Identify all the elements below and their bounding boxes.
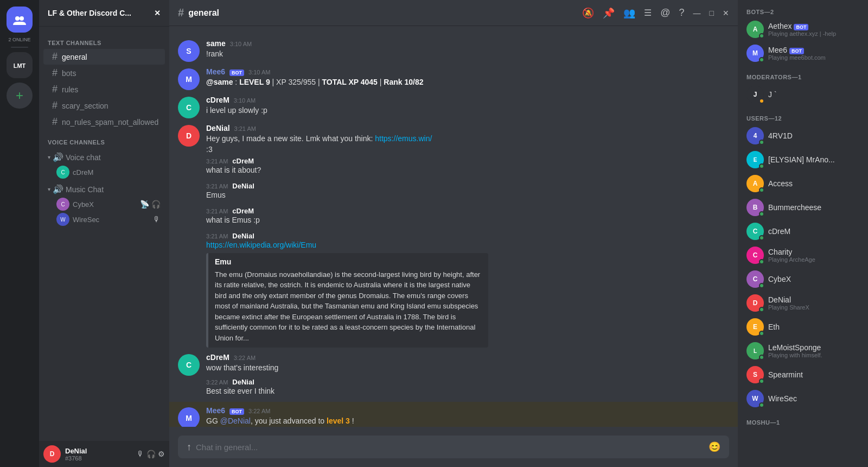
voice-channel-header-voicechat[interactable]: ▾ 🔊 Voice chat xyxy=(43,150,165,165)
svg-point-0 xyxy=(15,16,20,21)
voice-member-wiresec: W WireSec 🎙 xyxy=(43,212,165,227)
message-avatar: S xyxy=(178,40,200,62)
minimize-button[interactable]: — xyxy=(693,9,701,17)
member-info: Spearmint xyxy=(768,370,859,379)
voice-member-icons: 📡 🎧 xyxy=(140,200,161,209)
server-header[interactable]: LF & Other Discord C... ✕ xyxy=(39,0,169,27)
member-avatar: S xyxy=(746,366,764,383)
member-name: CybeX xyxy=(768,275,859,283)
voice-channel-header-musicchat[interactable]: ▾ 🔊 Music Chat xyxy=(43,182,165,197)
close-button[interactable]: ✕ xyxy=(723,9,729,17)
message-row: M Mee6 BOT 3:10 AM @same : LEVEL 9 | XP … xyxy=(169,63,738,91)
member-info: DeNial Playing ShareX xyxy=(768,295,859,311)
voice-member-avatar-cybex: C xyxy=(56,198,69,211)
message-timestamp: 3:10 AM xyxy=(248,69,270,75)
member-item-bummercheese[interactable]: B Bummercheese xyxy=(742,195,864,219)
server-icon-lmt[interactable]: LMT xyxy=(7,52,33,78)
mic-button[interactable]: 🎙 xyxy=(137,450,144,458)
message-timestamp: 3:21 AM xyxy=(206,158,228,165)
members-icon[interactable]: 👥 xyxy=(623,7,635,19)
message-timestamp: 3:10 AM xyxy=(230,41,252,47)
server-menu-icon[interactable]: ✕ xyxy=(154,9,161,17)
search-icon[interactable]: ☰ xyxy=(644,8,652,18)
embed-description: The emu (Dromaius novaehollandiae) is th… xyxy=(215,269,482,344)
member-name: J ` xyxy=(768,90,859,99)
member-item-mee6[interactable]: M Mee6 BOT Playing mee6bot.com xyxy=(742,41,864,65)
bot-badge: BOT xyxy=(789,48,804,54)
status-dot xyxy=(759,211,764,217)
message-content: Mee6 BOT 3:22 AM GG @DeNial, you just ad… xyxy=(206,406,729,427)
message-author: DeNial xyxy=(232,182,254,190)
help-icon[interactable]: ? xyxy=(679,7,685,18)
member-item-4rv1d[interactable]: 4 4RV1D xyxy=(742,124,864,148)
member-item-j[interactable]: J J ` xyxy=(742,83,864,106)
channel-item-general[interactable]: # general xyxy=(43,49,165,65)
voice-member-name-wiresec: WireSec xyxy=(73,216,99,224)
server-icon-dm[interactable] xyxy=(7,7,33,33)
channel-list: TEXT CHANNELS # general # bots # rules #… xyxy=(39,27,169,441)
add-server-button[interactable]: + xyxy=(7,83,33,109)
member-item-spearmint[interactable]: S Spearmint xyxy=(742,363,864,387)
message-author: Mee6 xyxy=(206,406,225,415)
user-area: D DeNial #3768 🎙 🎧 ⚙ xyxy=(39,441,169,467)
member-status: Playing mee6bot.com xyxy=(768,54,859,61)
member-avatar-mee6: M xyxy=(746,45,764,62)
maximize-button[interactable]: □ xyxy=(710,9,714,17)
channel-hash-display: # xyxy=(178,7,184,19)
bot-badge: BOT xyxy=(229,70,244,76)
member-item-eth[interactable]: E Eth xyxy=(742,315,864,339)
channel-hash-icon: # xyxy=(52,51,58,62)
member-item-lemoistsponge[interactable]: L LeMoistSponge Playing with himself. xyxy=(742,339,864,363)
channel-item-bots[interactable]: # bots xyxy=(43,65,165,81)
upload-button[interactable]: ↑ xyxy=(187,441,192,453)
message-content: 3:21 AM DeNial https://en.wikipedia.org/… xyxy=(206,232,729,348)
member-item-cdrem[interactable]: C cDreM xyxy=(742,219,864,243)
mute-bell-icon[interactable]: 🔕 xyxy=(582,7,594,19)
message-text: Hey guys, I made a new site. Lmk what yo… xyxy=(206,134,729,155)
headset-button[interactable]: 🎧 xyxy=(146,450,156,458)
at-icon[interactable]: @ xyxy=(660,7,670,18)
member-item-aethex[interactable]: A Aethex BOT Playing aethex.xyz | -help xyxy=(742,17,864,41)
message-content: same 3:10 AM !rank xyxy=(206,39,729,62)
channel-hash-icon: # xyxy=(52,100,58,111)
member-item-elysian[interactable]: E [ELYSIAN] MrAno... xyxy=(742,148,864,172)
message-row: C cDreM 3:10 AM i level up slowly :p xyxy=(169,91,738,119)
member-info: Access xyxy=(768,179,859,188)
message-header: Mee6 BOT 3:10 AM xyxy=(206,67,729,76)
chat-input[interactable] xyxy=(196,443,704,452)
message-header: cDreM 3:10 AM xyxy=(206,96,729,104)
member-info: Bummercheese xyxy=(768,203,859,212)
message-timestamp: 3:21 AM xyxy=(234,125,256,132)
pin-icon[interactable]: 📌 xyxy=(603,7,615,19)
emoji-button[interactable]: 😊 xyxy=(709,441,720,453)
member-item-access[interactable]: A Access xyxy=(742,172,864,195)
channel-item-rules[interactable]: # rules xyxy=(43,81,165,97)
status-dot xyxy=(759,331,764,336)
member-item-wiresec[interactable]: W WireSec xyxy=(742,387,864,411)
message-link[interactable]: https://emus.win/ xyxy=(375,134,432,143)
member-name: Aethex BOT xyxy=(768,22,859,30)
message-row: 3:21 AM DeNial Emus xyxy=(169,181,738,206)
member-avatar: B xyxy=(746,199,764,216)
chat-input-container: ↑ 😊 xyxy=(178,436,729,458)
voice-channels-header: VOICE CHANNELS xyxy=(39,130,169,148)
member-info: CybeX xyxy=(768,275,859,283)
member-name: Bummercheese xyxy=(768,203,859,212)
member-item-charity[interactable]: C Charity Playing ArcheAge xyxy=(742,243,864,267)
channel-hash-icon: # xyxy=(52,84,58,95)
member-name: [ELYSIAN] MrAno... xyxy=(768,155,859,164)
member-item-cybex[interactable]: C CybeX xyxy=(742,267,864,291)
message-avatar: M xyxy=(178,407,200,427)
chevron-down-icon: ▾ xyxy=(48,186,50,192)
voice-member-name-cybex: CybeX xyxy=(73,200,94,209)
member-info: Mee6 BOT Playing mee6bot.com xyxy=(768,46,859,61)
message-link[interactable]: https://en.wikipedia.org/wiki/Emu xyxy=(206,241,316,249)
member-avatar: W xyxy=(746,390,764,407)
channel-item-norules[interactable]: # no_rules_spam_not_allowed xyxy=(43,114,165,130)
message-row: 3:21 AM cDreM what is it about? xyxy=(169,156,738,181)
settings-button[interactable]: ⚙ xyxy=(158,450,165,458)
status-dot xyxy=(759,355,764,360)
member-item-denial[interactable]: D DeNial Playing ShareX xyxy=(742,291,864,315)
channel-item-scary[interactable]: # scary_section xyxy=(43,98,165,113)
member-info: [ELYSIAN] MrAno... xyxy=(768,155,859,164)
